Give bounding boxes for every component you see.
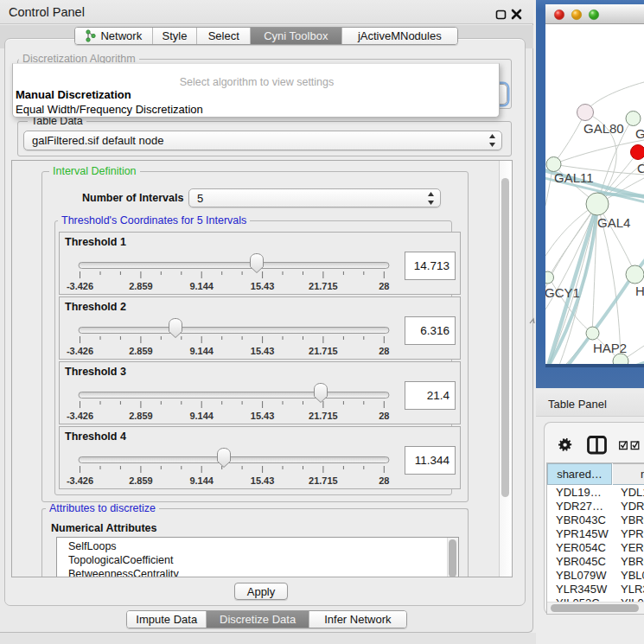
svg-text:15.43: 15.43	[251, 281, 275, 291]
svg-text:-3.426: -3.426	[67, 411, 93, 421]
svg-text:GAL80: GAL80	[583, 121, 624, 136]
svg-text:28: 28	[379, 346, 389, 356]
svg-text:9.144: 9.144	[189, 346, 214, 356]
svg-text:15.43: 15.43	[251, 411, 275, 421]
svg-text:C: C	[637, 161, 644, 175]
svg-text:GCY1: GCY1	[545, 285, 580, 300]
svg-text:28: 28	[379, 475, 389, 486]
svg-text:15.43: 15.43	[251, 346, 275, 356]
svg-text:2.859: 2.859	[129, 475, 153, 486]
svg-text:HAP2: HAP2	[593, 341, 627, 355]
svg-text:H: H	[635, 284, 644, 298]
svg-text:21.715: 21.715	[309, 475, 338, 486]
svg-text:21.715: 21.715	[309, 346, 338, 356]
svg-text:9.144: 9.144	[189, 281, 214, 291]
svg-text:21.715: 21.715	[309, 411, 338, 421]
svg-text:15.43: 15.43	[251, 475, 275, 486]
svg-text:GAL4: GAL4	[597, 215, 630, 230]
svg-text:9.144: 9.144	[189, 411, 214, 421]
svg-text:28: 28	[379, 281, 389, 291]
svg-text:21.715: 21.715	[309, 281, 338, 291]
svg-text:G.: G.	[635, 126, 644, 141]
svg-text:-3.426: -3.426	[67, 475, 93, 486]
svg-text:9.144: 9.144	[189, 475, 214, 486]
svg-text:-3.426: -3.426	[67, 281, 93, 291]
svg-text:2.859: 2.859	[129, 281, 153, 291]
svg-text:-3.426: -3.426	[67, 346, 93, 356]
svg-text:2.859: 2.859	[129, 346, 153, 356]
svg-text:GAL11: GAL11	[554, 170, 594, 185]
svg-text:2.859: 2.859	[129, 411, 153, 421]
svg-text:28: 28	[379, 411, 389, 421]
